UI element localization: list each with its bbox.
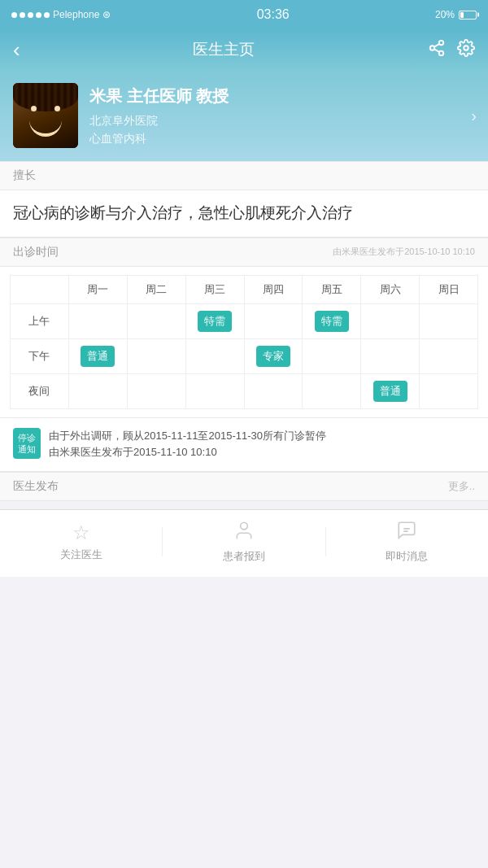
- status-time: 03:36: [257, 7, 290, 22]
- period-afternoon: 下午: [11, 338, 69, 373]
- table-row: 夜间 普通: [11, 373, 478, 408]
- table-header-fri: 周五: [303, 275, 361, 303]
- share-icon[interactable]: [428, 39, 446, 61]
- specialty-label: 擅长: [13, 168, 36, 181]
- table-header-empty: [11, 275, 69, 303]
- tag-normal-sat[interactable]: 普通: [373, 381, 407, 402]
- department-name: 心血管内科: [89, 132, 475, 146]
- svg-line-3: [434, 49, 439, 52]
- slot-wed-afternoon: [185, 338, 244, 373]
- instant-message-button[interactable]: 即时消息: [326, 520, 488, 564]
- wifi-icon: ⊛: [102, 9, 111, 20]
- slot-sun-afternoon: [420, 338, 478, 373]
- content-spacer: [0, 501, 488, 509]
- slot-sun-morning: [420, 303, 478, 338]
- bottom-bar: ☆ 关注医生 患者报到 即时消息: [0, 509, 488, 577]
- table-header-sun: 周日: [420, 275, 478, 303]
- notice-text: 由于外出调研，顾从2015-11-11至2015-11-30所有门诊暂停 由米果…: [49, 428, 326, 462]
- header: ‹ 医生主页: [0, 29, 488, 70]
- notice-badge: 停诊通知: [13, 428, 41, 460]
- slot-tue-morning: [127, 303, 185, 338]
- notice-section: 停诊通知 由于外出调研，顾从2015-11-11至2015-11-30所有门诊暂…: [0, 418, 488, 473]
- carrier-label: Pelephone: [53, 9, 99, 20]
- chat-icon: [396, 520, 417, 546]
- specialty-text: 冠心病的诊断与介入治疗，急性心肌梗死介入治疗: [13, 202, 475, 225]
- table-row: 上午 特需 特需: [11, 303, 478, 338]
- slot-fri-evening: [303, 373, 361, 408]
- battery-icon: [459, 11, 477, 20]
- schedule-section-header: 出诊时间 由米果医生发布于2015-10-10 10:10: [0, 238, 488, 267]
- follow-doctor-button[interactable]: ☆ 关注医生: [0, 521, 162, 562]
- slot-thu-afternoon: 专家: [244, 338, 303, 373]
- avatar: [13, 83, 78, 148]
- schedule-label: 出诊时间: [13, 245, 59, 260]
- svg-point-6: [241, 522, 248, 530]
- period-evening: 夜间: [11, 373, 69, 408]
- slot-sat-morning: [361, 303, 420, 338]
- slot-fri-afternoon: [303, 338, 361, 373]
- table-header-wed: 周三: [185, 275, 244, 303]
- star-icon: ☆: [72, 521, 90, 544]
- status-bar: Pelephone ⊛ 03:36 20%: [0, 0, 488, 29]
- schedule-published-by: 由米果医生发布于2015-10-10 10:10: [333, 246, 475, 258]
- posts-section-header: 医生发布 更多..: [0, 472, 488, 501]
- specialty-content: 冠心病的诊断与介入治疗，急性心肌梗死介入治疗: [0, 190, 488, 238]
- table-header-mon: 周一: [68, 275, 127, 303]
- svg-point-5: [464, 46, 468, 50]
- profile-section: 米果 主任医师 教授 北京阜外医院 心血管内科 ›: [0, 70, 488, 161]
- schedule-table: 周一 周二 周三 周四 周五 周六 周日 上午 特需 特需: [10, 275, 478, 409]
- slot-sun-evening: [420, 373, 478, 408]
- doctor-name: 米果 主任医师 教授: [89, 85, 475, 107]
- slot-thu-morning: [244, 303, 303, 338]
- posts-more-link[interactable]: 更多..: [448, 479, 475, 494]
- profile-chevron-icon[interactable]: ›: [471, 107, 477, 125]
- slot-tue-afternoon: [127, 338, 185, 373]
- slot-thu-evening: [244, 373, 303, 408]
- svg-line-4: [434, 43, 439, 46]
- slot-wed-evening: [185, 373, 244, 408]
- page-title: 医生主页: [193, 39, 255, 60]
- patient-checkin-button[interactable]: 患者报到: [163, 520, 325, 564]
- tag-expert[interactable]: 专家: [256, 346, 290, 367]
- tag-special[interactable]: 特需: [198, 311, 232, 332]
- back-button[interactable]: ‹: [13, 37, 20, 63]
- header-icons: [428, 39, 475, 61]
- slot-fri-morning: 特需: [303, 303, 361, 338]
- table-row: 下午 普通 专家: [11, 338, 478, 373]
- slot-tue-evening: [127, 373, 185, 408]
- tag-special-fri[interactable]: 特需: [315, 311, 349, 332]
- specialty-section-header: 擅长: [0, 161, 488, 190]
- tag-normal[interactable]: 普通: [81, 346, 115, 367]
- battery-percent: 20%: [435, 9, 455, 20]
- table-header-tue: 周二: [127, 275, 185, 303]
- slot-sat-afternoon: [361, 338, 420, 373]
- profile-info: 米果 主任医师 教授 北京阜外医院 心血管内科: [89, 85, 475, 146]
- slot-mon-afternoon: 普通: [68, 338, 127, 373]
- slot-mon-morning: [68, 303, 127, 338]
- status-right: 20%: [435, 9, 477, 20]
- hospital-name: 北京阜外医院: [89, 114, 475, 129]
- period-morning: 上午: [11, 303, 69, 338]
- follow-label: 关注医生: [60, 547, 102, 562]
- person-icon: [233, 520, 255, 546]
- table-header-sat: 周六: [361, 275, 420, 303]
- message-label: 即时消息: [386, 549, 428, 564]
- slot-sat-evening: 普通: [361, 373, 420, 408]
- slot-wed-morning: 特需: [185, 303, 244, 338]
- table-header-thu: 周四: [244, 275, 303, 303]
- signal-dots: [11, 12, 50, 18]
- schedule-table-wrap: 周一 周二 周三 周四 周五 周六 周日 上午 特需 特需: [0, 267, 488, 418]
- slot-mon-evening: [68, 373, 127, 408]
- checkin-label: 患者报到: [223, 549, 265, 564]
- posts-label: 医生发布: [13, 479, 59, 494]
- status-left: Pelephone ⊛: [11, 9, 111, 20]
- settings-icon[interactable]: [457, 39, 475, 61]
